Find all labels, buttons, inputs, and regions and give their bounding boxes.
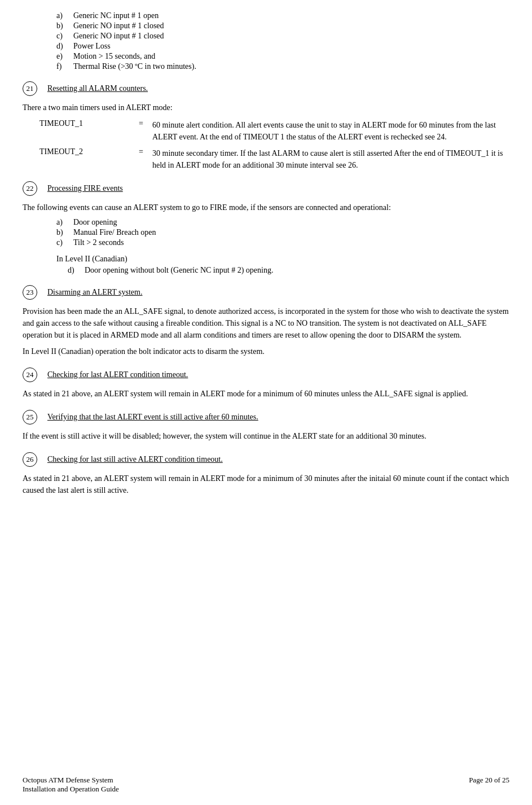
list-label: c) [56, 32, 73, 41]
list-item-d: d) Door opening without bolt (Generic NC… [68, 266, 509, 275]
section-24-header: 24 Checking for last ALERT condition tim… [23, 368, 509, 382]
timeout-eq-2: = [130, 147, 152, 156]
list-label: e) [56, 52, 73, 61]
section-22-intro: The following events can cause an ALERT … [23, 202, 509, 213]
section-23-title: Disarming an ALERT system. [47, 288, 142, 297]
list-item: e) Motion > 15 seconds, and [56, 52, 509, 61]
section-23-body: Provision has been made the an ALL_SAFE … [23, 305, 509, 341]
list-item: d) Power Loss [56, 42, 509, 51]
timeout-key-2: TIMEOUT_2 [39, 147, 130, 156]
section-25-header: 25 Verifying that the last ALERT event i… [23, 410, 509, 425]
section-23-number: 23 [23, 285, 37, 300]
list-label: d) [56, 42, 73, 51]
section-25-body: If the event is still active it will be … [23, 430, 509, 442]
list-label: a) [56, 11, 73, 20]
level-ii-note-text: In Level II (Canadian) [56, 255, 127, 263]
intro-list: a) Generic NC input # 1 open b) Generic … [56, 11, 509, 71]
list-label-d: d) [68, 266, 85, 275]
list-label: f) [56, 62, 73, 71]
footer-right: Page 20 of 25 [469, 776, 509, 794]
list-label: c) [56, 238, 73, 247]
list-item: a) Generic NC input # 1 open [56, 11, 509, 20]
list-item: a) Door opening [56, 218, 509, 227]
list-text: Motion > 15 seconds, and [73, 52, 155, 61]
section-26-title: Checking for last still active ALERT con… [47, 455, 223, 464]
footer-left-line1: Octopus ATM Defense System [23, 776, 119, 785]
list-item: f) Thermal Rise (>30 ºC in two minutes). [56, 62, 509, 71]
list-text: Generic NO input # 1 closed [73, 21, 164, 30]
list-item: c) Tilt > 2 seconds [56, 238, 509, 247]
section-24-number: 24 [23, 368, 37, 382]
page-footer: Octopus ATM Defense System Installation … [23, 776, 509, 794]
timeout-row-1: TIMEOUT_1 = 60 minute alert condition. A… [39, 119, 509, 143]
section-21-title: Resetting all ALARM counters. [47, 84, 148, 93]
list-item: c) Generic NO input # 1 closed [56, 32, 509, 41]
footer-left: Octopus ATM Defense System Installation … [23, 776, 119, 794]
timeout-row-2: TIMEOUT_2 = 30 minute secondary timer. I… [39, 147, 509, 171]
timeout-val-1: 60 minute alert condition. All alert eve… [152, 119, 509, 143]
timeout-table: TIMEOUT_1 = 60 minute alert condition. A… [39, 119, 509, 171]
timeout-key-1: TIMEOUT_1 [39, 119, 130, 128]
section-22-number: 22 [23, 181, 37, 196]
section-23-header: 23 Disarming an ALERT system. [23, 285, 509, 300]
list-label: a) [56, 218, 73, 227]
timeout-val-2: 30 minute secondary timer. If the last A… [152, 147, 509, 171]
section-22-title: Processing FIRE events [47, 184, 123, 193]
page-content: a) Generic NC input # 1 open b) Generic … [23, 11, 509, 535]
list-text-d: Door opening without bolt (Generic NC in… [85, 266, 273, 275]
list-item: b) Generic NO input # 1 closed [56, 21, 509, 30]
section-24-body: As stated in 21 above, an ALERT system w… [23, 388, 509, 400]
section-23-level-ii: In Level II (Canadian) operation the bol… [23, 345, 509, 357]
section-26-header: 26 Checking for last still active ALERT … [23, 452, 509, 467]
list-label: b) [56, 21, 73, 30]
list-text: Tilt > 2 seconds [73, 238, 124, 247]
section-26-body: As stated in 21 above, an ALERT system w… [23, 473, 509, 496]
footer-left-line2: Installation and Operation Guide [23, 785, 119, 794]
list-text: Power Loss [73, 42, 111, 51]
section-24-title: Checking for last ALERT condition timeou… [47, 370, 188, 379]
section-21-intro: There a two main timers used in ALERT mo… [23, 102, 509, 113]
section-25-number: 25 [23, 410, 37, 425]
section-21-number: 21 [23, 81, 37, 96]
list-text: Door opening [73, 218, 117, 227]
section-22-list: a) Door opening b) Manual Fire/ Breach o… [56, 218, 509, 247]
list-text: Generic NC input # 1 open [73, 11, 159, 20]
section-22-header: 22 Processing FIRE events [23, 181, 509, 196]
list-text: Manual Fire/ Breach open [73, 228, 156, 237]
section-25-title: Verifying that the last ALERT event is s… [47, 413, 258, 422]
list-text: Generic NO input # 1 closed [73, 32, 164, 41]
level-ii-note: In Level II (Canadian) [56, 253, 509, 265]
list-text: Thermal Rise (>30 ºC in two minutes). [73, 62, 196, 71]
timeout-eq-1: = [130, 119, 152, 128]
section-21-header: 21 Resetting all ALARM counters. [23, 81, 509, 96]
list-label: b) [56, 228, 73, 237]
list-item: b) Manual Fire/ Breach open [56, 228, 509, 237]
section-22-item-d: d) Door opening without bolt (Generic NC… [68, 266, 509, 275]
section-26-number: 26 [23, 452, 37, 467]
